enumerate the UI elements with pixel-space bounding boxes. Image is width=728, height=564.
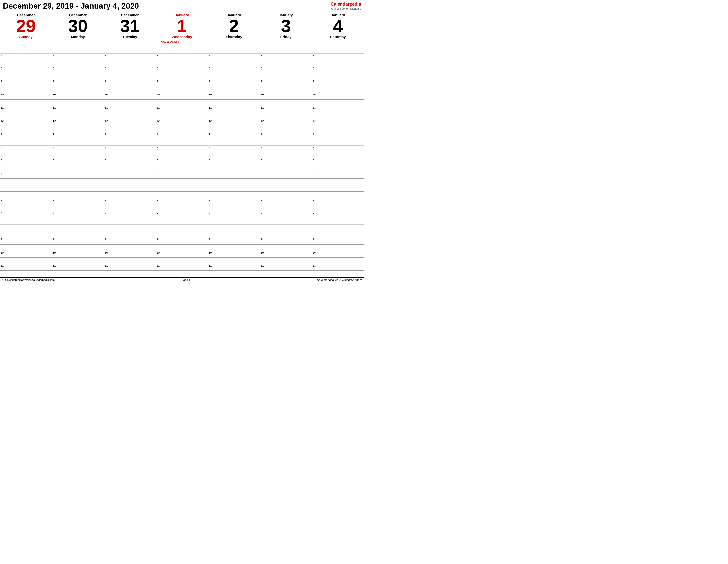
time-content-5-31 bbox=[264, 245, 312, 251]
time-label-0-13 bbox=[0, 126, 4, 133]
time-slot-5-30: 9 bbox=[260, 238, 312, 245]
time-label-6-9 bbox=[312, 100, 316, 106]
time-slot-3-20: 4 bbox=[156, 172, 208, 179]
time-content-0-7 bbox=[4, 86, 52, 93]
time-content-4-27 bbox=[212, 218, 260, 225]
time-content-6-12 bbox=[316, 120, 364, 126]
time-label-1-29 bbox=[52, 231, 56, 238]
time-slot-6-29 bbox=[312, 231, 364, 238]
time-slot-1-6: 9 bbox=[52, 80, 104, 86]
time-label-4-3 bbox=[208, 60, 212, 67]
time-content-6-5 bbox=[316, 73, 364, 80]
time-content-0-0 bbox=[4, 40, 52, 47]
time-label-1-19 bbox=[52, 166, 56, 172]
time-content-4-19 bbox=[212, 166, 260, 172]
time-slot-0-34: 11 bbox=[0, 264, 52, 271]
time-slot-1-23 bbox=[52, 192, 104, 198]
time-content-6-13 bbox=[316, 126, 364, 133]
time-label-5-26: 7 bbox=[260, 212, 264, 218]
time-label-4-16: 2 bbox=[208, 146, 212, 152]
time-content-0-25 bbox=[4, 205, 52, 211]
time-slot-4-15 bbox=[208, 139, 260, 146]
time-label-5-13 bbox=[260, 126, 264, 133]
time-content-3-18 bbox=[160, 159, 208, 165]
time-content-4-24 bbox=[212, 198, 260, 205]
time-content-3-1 bbox=[160, 47, 208, 53]
time-content-3-27 bbox=[160, 218, 208, 225]
time-content-4-33 bbox=[212, 258, 260, 264]
time-slot-4-16: 2 bbox=[208, 146, 260, 152]
time-label-0-0: 6 bbox=[0, 40, 4, 47]
time-content-0-20 bbox=[4, 172, 52, 179]
time-content-0-13 bbox=[4, 126, 52, 133]
time-label-5-20: 4 bbox=[260, 172, 264, 179]
footer-disclaimer: Data provided 'as is' without warranty bbox=[317, 278, 362, 281]
time-label-4-10: 11 bbox=[208, 106, 212, 113]
time-content-5-3 bbox=[264, 60, 312, 67]
time-content-5-9 bbox=[264, 100, 312, 106]
time-content-5-4 bbox=[264, 67, 312, 73]
time-label-1-28: 8 bbox=[52, 225, 56, 231]
time-slot-1-24: 6 bbox=[52, 198, 104, 205]
time-label-6-0: 6 bbox=[312, 40, 316, 47]
time-slot-2-31 bbox=[104, 245, 156, 251]
time-label-1-21 bbox=[52, 179, 56, 185]
time-slot-1-22: 5 bbox=[52, 185, 104, 192]
time-slot-0-12: 12 bbox=[0, 120, 52, 126]
time-label-2-26: 7 bbox=[104, 212, 109, 218]
time-label-2-24: 6 bbox=[104, 198, 109, 205]
day-number-2: 31 bbox=[104, 17, 156, 35]
time-content-2-13 bbox=[109, 126, 156, 133]
day-number-1: 30 bbox=[52, 17, 104, 35]
time-slot-4-6: 9 bbox=[208, 80, 260, 86]
time-label-2-23 bbox=[104, 192, 109, 198]
time-label-5-33 bbox=[260, 258, 264, 264]
time-content-3-31 bbox=[160, 245, 208, 251]
time-label-2-32: 10 bbox=[104, 251, 109, 258]
time-slot-4-27 bbox=[208, 218, 260, 225]
time-content-2-35 bbox=[109, 271, 156, 277]
time-content-6-10 bbox=[316, 106, 364, 113]
time-label-4-21 bbox=[208, 179, 212, 185]
time-content-4-35 bbox=[212, 271, 260, 277]
time-label-0-8: 10 bbox=[0, 93, 4, 99]
time-slot-4-12: 12 bbox=[208, 120, 260, 126]
time-label-5-3 bbox=[260, 60, 264, 67]
time-content-6-15 bbox=[316, 139, 364, 145]
time-content-3-30 bbox=[160, 238, 208, 244]
time-content-5-29 bbox=[264, 231, 312, 238]
time-slot-0-8: 10 bbox=[0, 93, 52, 100]
time-slot-6-8: 10 bbox=[312, 93, 364, 100]
time-content-1-21 bbox=[56, 179, 104, 185]
time-content-6-23 bbox=[316, 192, 364, 198]
time-slot-4-2: 7 bbox=[208, 54, 260, 60]
time-label-0-1 bbox=[0, 47, 4, 53]
time-content-4-21 bbox=[212, 179, 260, 185]
time-slot-4-30: 9 bbox=[208, 238, 260, 245]
time-label-5-8: 10 bbox=[260, 93, 264, 99]
time-content-2-1 bbox=[109, 47, 156, 53]
time-label-6-15 bbox=[312, 139, 316, 145]
page-title: December 29, 2019 - January 4, 2020 bbox=[3, 1, 139, 11]
time-label-6-28: 8 bbox=[312, 225, 316, 231]
time-label-3-10: 11 bbox=[156, 106, 160, 113]
day-header-3: January1Wednesday bbox=[156, 12, 208, 40]
time-label-1-14: 1 bbox=[52, 133, 56, 139]
day-number-6: 4 bbox=[312, 17, 364, 35]
time-content-0-27 bbox=[4, 218, 52, 225]
time-label-0-16: 2 bbox=[0, 146, 4, 152]
time-label-4-13 bbox=[208, 126, 212, 133]
time-content-0-10 bbox=[4, 106, 52, 113]
time-label-2-13 bbox=[104, 126, 109, 133]
time-slot-3-12: 12 bbox=[156, 120, 208, 126]
time-label-6-34: 11 bbox=[312, 264, 316, 271]
time-label-5-4: 8 bbox=[260, 67, 264, 73]
time-content-0-15 bbox=[4, 139, 52, 145]
time-slot-4-31 bbox=[208, 245, 260, 251]
time-slot-2-7 bbox=[104, 86, 156, 93]
time-label-2-4: 8 bbox=[104, 67, 109, 73]
time-content-0-18 bbox=[4, 159, 52, 165]
time-label-2-2: 7 bbox=[104, 54, 109, 60]
time-content-6-33 bbox=[316, 258, 364, 264]
time-content-2-5 bbox=[109, 73, 156, 80]
